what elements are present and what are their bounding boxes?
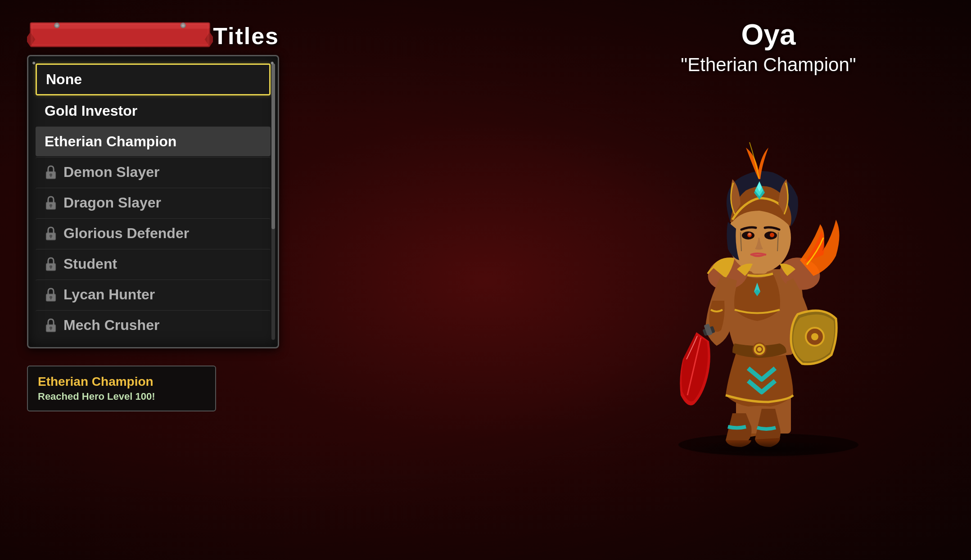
title-label-student: Student bbox=[63, 256, 117, 272]
panel-title: Titles bbox=[213, 23, 279, 50]
title-label-none: None bbox=[46, 71, 82, 88]
panel-banner: Titles bbox=[27, 14, 279, 59]
svg-rect-26 bbox=[50, 297, 52, 299]
scrollbar-thumb[interactable] bbox=[271, 63, 275, 229]
tooltip-title: Etherian Champion bbox=[38, 375, 205, 389]
title-label-dragon-slayer: Dragon Slayer bbox=[63, 194, 161, 211]
svg-point-54 bbox=[757, 347, 762, 352]
tooltip-description: Reached Hero Level 100! bbox=[38, 391, 205, 402]
lock-icon bbox=[45, 226, 57, 241]
title-label-mech-crusher: Mech Crusher bbox=[63, 317, 159, 334]
svg-point-47 bbox=[770, 233, 774, 237]
title-item-etherian-champion[interactable]: Etherian Champion bbox=[36, 126, 271, 156]
svg-rect-14 bbox=[50, 175, 52, 177]
titles-panel: Titles NoneGold InvestorEtherian Champio… bbox=[27, 14, 279, 348]
lock-icon bbox=[45, 288, 57, 302]
panel-body: NoneGold InvestorEtherian Champion Demon… bbox=[27, 55, 279, 348]
svg-rect-29 bbox=[50, 328, 52, 330]
title-label-demon-slayer: Demon Slayer bbox=[63, 164, 159, 181]
title-item-gold-investor[interactable]: Gold Investor bbox=[36, 96, 271, 126]
lock-icon bbox=[45, 196, 57, 210]
character-area: Oya "Etherian Champion" bbox=[611, 9, 926, 504]
svg-rect-23 bbox=[50, 266, 52, 269]
tooltip-box: Etherian Champion Reached Hero Level 100… bbox=[27, 366, 216, 411]
character-shadow bbox=[678, 440, 858, 458]
character-name: Oya bbox=[741, 18, 796, 51]
title-label-etherian-champion: Etherian Champion bbox=[45, 133, 176, 150]
title-label-gold-investor: Gold Investor bbox=[45, 103, 137, 119]
svg-rect-17 bbox=[50, 205, 52, 208]
character-title: "Etherian Champion" bbox=[681, 54, 856, 76]
title-label-glorious-defender: Glorious Defender bbox=[63, 225, 189, 242]
scrollbar-track[interactable] bbox=[271, 63, 275, 340]
title-item-dragon-slayer[interactable]: Dragon Slayer bbox=[36, 188, 271, 217]
svg-point-48 bbox=[748, 233, 751, 235]
title-item-demon-slayer[interactable]: Demon Slayer bbox=[36, 157, 271, 187]
lock-icon bbox=[45, 165, 57, 180]
title-item-student[interactable]: Student bbox=[36, 249, 271, 279]
lock-icon bbox=[45, 257, 57, 271]
svg-rect-20 bbox=[50, 236, 52, 238]
title-item-none[interactable]: None bbox=[36, 63, 271, 95]
title-item-mech-crusher[interactable]: Mech Crusher bbox=[36, 310, 271, 340]
character-figure bbox=[638, 89, 899, 472]
svg-point-39 bbox=[811, 333, 818, 340]
title-item-glorious-defender[interactable]: Glorious Defender bbox=[36, 218, 271, 248]
title-item-lycan-hunter[interactable]: Lycan Hunter bbox=[36, 280, 271, 309]
title-label-lycan-hunter: Lycan Hunter bbox=[63, 286, 155, 303]
lock-icon bbox=[45, 318, 57, 333]
titles-list: NoneGold InvestorEtherian Champion Demon… bbox=[36, 63, 271, 340]
